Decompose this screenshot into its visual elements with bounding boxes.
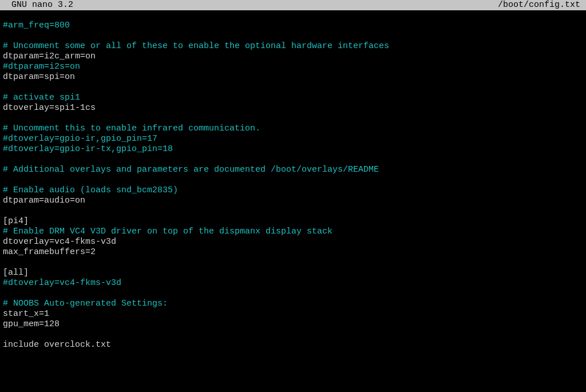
editor-line[interactable]: [3, 113, 583, 124]
editor-line[interactable]: [3, 258, 583, 268]
editor-line[interactable]: [3, 155, 583, 165]
editor-line[interactable]: dtparam=i2c_arm=on: [3, 52, 583, 62]
editor-line[interactable]: [3, 31, 583, 41]
editor-line[interactable]: # Uncomment this to enable infrared comm…: [3, 124, 583, 134]
editor-line[interactable]: [pi4]: [3, 216, 583, 227]
editor-line[interactable]: dtparam=audio=on: [3, 196, 583, 206]
editor-line[interactable]: [all]: [3, 268, 583, 278]
editor-line[interactable]: [3, 288, 583, 299]
editor-line[interactable]: dtparam=spi=on: [3, 72, 583, 82]
editor-line[interactable]: [3, 330, 583, 340]
editor-line[interactable]: # NOOBS Auto-generated Settings:: [3, 299, 583, 309]
editor-line[interactable]: max_framebuffers=2: [3, 247, 583, 258]
editor-line[interactable]: [3, 82, 583, 93]
editor-line[interactable]: #arm_freq=800: [3, 21, 583, 31]
editor-line[interactable]: [3, 175, 583, 185]
editor-line[interactable]: #dtparam=i2s=on: [3, 62, 583, 72]
editor-line[interactable]: [3, 10, 583, 21]
editor-line[interactable]: # Enable DRM VC4 V3D driver on top of th…: [3, 227, 583, 237]
editor-line[interactable]: dtoverlay=spi1-1cs: [3, 103, 583, 113]
editor-line[interactable]: start_x=1: [3, 309, 583, 319]
editor-line[interactable]: # Enable audio (loads snd_bcm2835): [3, 185, 583, 196]
titlebar: GNU nano 3.2 /boot/config.txt: [0, 0, 586, 10]
editor-line[interactable]: #dtoverlay=vc4-fkms-v3d: [3, 278, 583, 288]
editor-line[interactable]: # activate spi1: [3, 93, 583, 103]
editor-line[interactable]: dtoverlay=vc4-fkms-v3d: [3, 237, 583, 247]
editor-line[interactable]: # Uncomment some or all of these to enab…: [3, 41, 583, 52]
editor-line[interactable]: [3, 206, 583, 216]
editor-line[interactable]: #dtoverlay=gpio-ir,gpio_pin=17: [3, 134, 583, 144]
editor-line[interactable]: include overclock.txt: [3, 340, 583, 350]
editor-area[interactable]: #arm_freq=800 # Uncomment some or all of…: [0, 10, 586, 350]
app-name: GNU nano 3.2: [11, 0, 73, 10]
editor-line[interactable]: gpu_mem=128: [3, 319, 583, 330]
filename: /boot/config.txt: [498, 0, 580, 10]
editor-line[interactable]: # Additional overlays and parameters are…: [3, 165, 583, 175]
editor-line[interactable]: #dtoverlay=gpio-ir-tx,gpio_pin=18: [3, 144, 583, 155]
